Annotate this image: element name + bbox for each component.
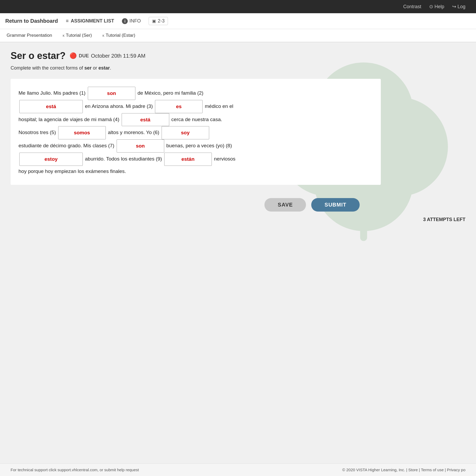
text-after7: buenas, pero a veces (yo) (8) — [166, 143, 232, 148]
due-badge: 🔴 DUE October 20th 11:59 AM — [70, 52, 145, 59]
exercise-area: Me llamo Julio. Mis padres (1) son de Mé… — [11, 79, 381, 185]
attempts-remaining: 3 ATTEMPTS LEFT — [0, 217, 476, 225]
answer-3[interactable]: es — [155, 100, 203, 113]
answer-7[interactable]: son — [117, 139, 164, 153]
assignment-list-button[interactable]: ≡ ASSIGNMENT LIST — [66, 18, 114, 24]
tab-tutorial-estar[interactable]: κ Tutorial (Estar) — [101, 33, 137, 38]
svg-rect-4 — [360, 226, 367, 241]
text-after9: nerviosos — [214, 156, 235, 162]
info-button[interactable]: i INFO — [122, 18, 141, 24]
pages-icon: ▣ — [152, 19, 156, 24]
answer-1[interactable]: son — [88, 87, 135, 100]
estar-prefix: κ — [103, 33, 104, 38]
text-nosotros: Nosotros tres (5) — [19, 130, 56, 135]
title-section: Ser o estar? 🔴 DUE October 20th 11:59 AM — [11, 50, 465, 61]
answer-2[interactable]: está — [19, 100, 83, 113]
ser-prefix: κ — [63, 33, 65, 38]
instructions: Complete with the correct forms of ser o… — [11, 65, 465, 71]
text-after5: altos y morenos. Yo (6) — [108, 130, 159, 135]
main-content: Ser o estar? 🔴 DUE October 20th 11:59 AM… — [0, 42, 476, 193]
info-icon: i — [122, 18, 128, 24]
due-label: DUE — [79, 53, 89, 59]
text-after3: médico en el — [205, 103, 233, 109]
due-icon: 🔴 — [70, 52, 77, 59]
tab-ser-label: Tutorial (Ser) — [66, 33, 92, 38]
help-icon: ⊙ — [429, 4, 433, 9]
return-to-dashboard-link[interactable]: Return to Dashboard — [5, 18, 58, 24]
help-button[interactable]: ⊙ Help — [429, 4, 444, 10]
text-after2: en Arizona ahora. Mi padre (3) — [85, 103, 153, 109]
pages-button[interactable]: ▣ 2-3 — [149, 17, 168, 25]
answer-9[interactable]: están — [164, 153, 212, 166]
answer-4[interactable]: está — [122, 113, 169, 126]
text-estudiante: estudiante de décimo grado. Mis clases (… — [19, 143, 114, 148]
answer-8[interactable]: estoy — [19, 153, 83, 166]
sub-nav-bar: Grammar Presentation κ Tutorial (Ser) κ … — [0, 29, 476, 42]
assignment-title: Ser o estar? — [11, 50, 66, 61]
answer-5[interactable]: somos — [58, 126, 106, 139]
nav-bar: Return to Dashboard ≡ ASSIGNMENT LIST i … — [0, 13, 476, 29]
support-text: For technical support click support.vhlc… — [11, 468, 139, 472]
bottom-actions: SAVE SUBMIT — [0, 193, 370, 217]
text-final: hoy porque hoy empiezan los exámenes fin… — [19, 168, 126, 174]
submit-button[interactable]: SUBMIT — [311, 198, 360, 212]
due-date: October 20th 11:59 AM — [91, 53, 145, 59]
tab-grammar-label: Grammar Presentation — [7, 33, 52, 38]
logout-icon: ↪ — [452, 4, 456, 9]
list-icon: ≡ — [66, 18, 69, 24]
text-after8: aburrido. Todos los estudiantes (9) — [85, 156, 162, 162]
save-button[interactable]: SAVE — [264, 198, 306, 212]
contrast-button[interactable]: Contrast — [403, 4, 421, 10]
text-after4: cerca de nuestra casa. — [171, 117, 222, 122]
text-intro: Me llamo Julio. Mis padres (1) — [19, 90, 85, 96]
tab-grammar-presentation[interactable]: Grammar Presentation — [5, 33, 53, 38]
tab-tutorial-ser[interactable]: κ Tutorial (Ser) — [61, 33, 93, 38]
text-after1: de México, pero mi familia (2) — [138, 90, 203, 96]
top-bar: Contrast ⊙ Help ↪ Log — [0, 0, 476, 13]
logout-button[interactable]: ↪ Log — [452, 4, 465, 10]
text-hospital: hospital; la agencia de viajes de mi mam… — [19, 117, 119, 122]
copyright-text: © 2020 VISTA Higher Learning, Inc. | Sto… — [342, 468, 465, 472]
answer-6[interactable]: soy — [162, 126, 209, 139]
footer: For technical support click support.vhlc… — [0, 463, 476, 476]
tab-estar-label: Tutorial (Estar) — [106, 33, 135, 38]
